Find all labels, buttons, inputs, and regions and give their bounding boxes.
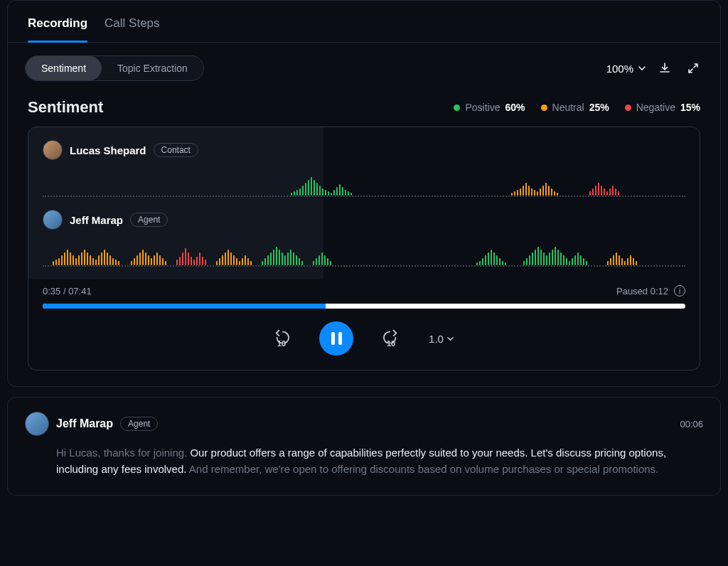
waveform[interactable]	[43, 169, 685, 197]
legend-neutral: Neutral 25%	[541, 102, 609, 113]
progress-bar[interactable]	[43, 304, 685, 309]
analysis-mode-toggle: Sentiment Topic Extraction	[25, 55, 204, 81]
zoom-dropdown[interactable]: 100%	[606, 63, 646, 75]
avatar	[25, 412, 49, 436]
speaker-track: Lucas Shepard Contact	[43, 140, 685, 197]
playback-controls: 10 10 1.0	[28, 309, 700, 370]
recording-panel: Recording Call Steps Sentiment Topic Ext…	[7, 0, 721, 387]
mode-topic-extraction-button[interactable]: Topic Extraction	[102, 56, 203, 80]
pause-icon	[331, 332, 342, 345]
paused-status: Paused 0:12	[616, 286, 668, 297]
dot-icon	[454, 105, 460, 111]
legend-negative: Negative 15%	[625, 102, 700, 113]
time-row: 0:35 / 07:41 Paused 0:12 i	[28, 279, 700, 297]
chevron-down-icon	[638, 63, 646, 75]
mode-sentiment-button[interactable]: Sentiment	[26, 56, 102, 80]
role-badge: Agent	[120, 417, 158, 431]
speaker-track: Jeff Marap Agent	[43, 210, 685, 267]
info-icon[interactable]: i	[674, 285, 685, 297]
sentiment-header: Sentiment Positive 60% Neutral 25% Negat…	[8, 94, 720, 127]
download-button[interactable]	[655, 58, 675, 78]
skip-back-button[interactable]: 10	[274, 329, 289, 348]
main-tabs: Recording Call Steps	[8, 1, 720, 43]
avatar	[43, 140, 63, 160]
progress-fill	[43, 304, 326, 309]
expand-icon	[686, 61, 700, 75]
speed-dropdown[interactable]: 1.0	[429, 333, 454, 345]
transcript-entry: Jeff Marap Agent 00:06 Hi Lucas, thanks …	[7, 397, 721, 496]
download-icon	[658, 61, 672, 75]
speaker-name: Jeff Marap	[56, 417, 113, 430]
transcript-segment: And remember, we're open to offering dis…	[186, 463, 658, 475]
transcript-segment: Hi Lucas, thanks for joining.	[56, 447, 190, 459]
section-title: Sentiment	[28, 98, 103, 117]
chevron-down-icon	[446, 335, 454, 343]
pause-button[interactable]	[319, 321, 353, 356]
avatar	[43, 210, 63, 230]
tab-recording[interactable]: Recording	[28, 16, 87, 42]
transcript-timestamp: 00:06	[680, 419, 703, 429]
legend-positive: Positive 60%	[454, 102, 525, 113]
dot-icon	[625, 105, 631, 111]
analysis-toolbar: Sentiment Topic Extraction 100%	[8, 43, 720, 94]
dot-icon	[541, 105, 547, 111]
transcript-text: Hi Lucas, thanks for joining. Our produc…	[56, 444, 703, 478]
tab-call-steps[interactable]: Call Steps	[105, 16, 159, 42]
audio-player: Lucas Shepard Contact Jeff Marap Agent 0…	[28, 127, 700, 370]
speaker-name: Lucas Shepard	[70, 144, 146, 156]
skip-forward-button[interactable]: 10	[383, 329, 399, 348]
role-badge: Contact	[154, 143, 198, 157]
role-badge: Agent	[130, 213, 168, 227]
zoom-value: 100%	[606, 63, 633, 75]
expand-button[interactable]	[683, 58, 703, 78]
speaker-name: Jeff Marap	[70, 214, 123, 226]
waveform[interactable]	[43, 238, 685, 267]
sentiment-legend: Positive 60% Neutral 25% Negative 15%	[454, 102, 700, 113]
elapsed-total-time: 0:35 / 07:41	[43, 286, 92, 297]
